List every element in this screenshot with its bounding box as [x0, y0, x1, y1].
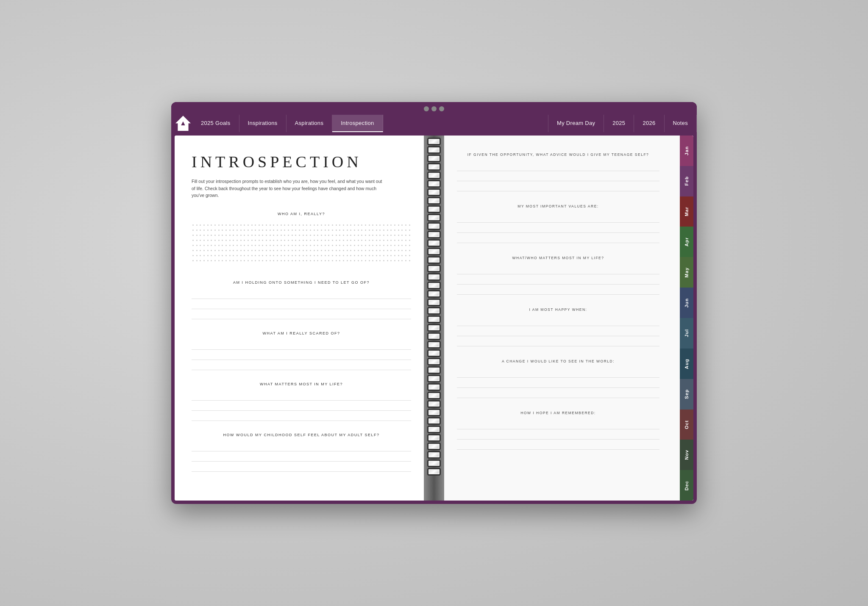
dot — [266, 240, 267, 241]
tab-dec[interactable]: Dec — [680, 470, 693, 501]
dot — [266, 245, 267, 246]
dot — [325, 235, 326, 236]
dot — [299, 240, 300, 241]
tab-nov[interactable]: Nov — [680, 440, 693, 470]
dot — [354, 250, 355, 251]
dot — [321, 250, 322, 251]
dot — [292, 250, 293, 251]
dot — [284, 255, 285, 256]
dot — [398, 245, 399, 246]
tab-mar[interactable]: Mar — [680, 196, 693, 227]
dot — [310, 230, 311, 231]
dot — [354, 255, 355, 256]
dot — [303, 235, 304, 236]
dot — [379, 230, 381, 231]
tab-oct[interactable]: Oct — [680, 410, 693, 440]
spiral-coil — [427, 172, 441, 179]
dot — [347, 255, 348, 256]
tab-feb[interactable]: Feb — [680, 166, 693, 196]
tab-2026[interactable]: 2026 — [634, 115, 664, 132]
dot — [222, 255, 223, 256]
dot — [358, 224, 359, 226]
tab-jul[interactable]: Jul — [680, 318, 693, 349]
dot — [332, 224, 333, 226]
dot — [317, 245, 318, 246]
dot — [236, 224, 238, 226]
tab-apr[interactable]: Apr — [680, 227, 693, 257]
tab-aug[interactable]: Aug — [680, 349, 693, 379]
dot — [207, 235, 209, 236]
dot — [358, 260, 359, 261]
dot — [332, 240, 333, 241]
dot — [248, 230, 249, 231]
tab-may[interactable]: May — [680, 257, 693, 288]
dot — [292, 224, 293, 226]
dot — [350, 260, 351, 261]
dot — [306, 224, 307, 226]
dot — [306, 240, 307, 241]
dot — [240, 230, 242, 231]
dot — [372, 255, 373, 256]
dot — [306, 235, 307, 236]
home-button[interactable]: ▲ — [175, 116, 191, 131]
dot — [376, 245, 377, 246]
dot — [299, 260, 300, 261]
dot — [365, 224, 366, 226]
line — [457, 162, 659, 171]
month-sep-label: Sep — [684, 389, 689, 399]
tab-sep[interactable]: Sep — [680, 379, 693, 410]
line — [192, 310, 411, 319]
dot — [200, 250, 201, 251]
dot — [347, 250, 348, 251]
dot — [288, 255, 289, 256]
dot — [387, 260, 388, 261]
dot — [203, 260, 205, 261]
dot — [310, 235, 311, 236]
dot — [270, 255, 271, 256]
line — [192, 340, 411, 350]
dot — [387, 240, 388, 241]
dot — [200, 230, 201, 231]
dot — [244, 260, 245, 261]
dot — [383, 230, 384, 231]
dot — [214, 255, 216, 256]
dot — [196, 250, 198, 251]
spiral-coil — [427, 392, 441, 399]
dot — [273, 235, 274, 236]
tab-my-dream-day[interactable]: My Dream Day — [548, 115, 604, 132]
dot — [211, 245, 212, 246]
dot — [401, 224, 403, 226]
dot — [211, 235, 212, 236]
dot — [196, 235, 198, 236]
tab-aspirations[interactable]: Aspirations — [287, 115, 333, 132]
dot — [207, 230, 209, 231]
dot — [339, 250, 340, 251]
dot — [394, 250, 395, 251]
dot — [398, 230, 399, 231]
dot — [372, 245, 373, 246]
tab-notes[interactable]: Notes — [665, 115, 697, 132]
dot — [325, 230, 326, 231]
dot — [259, 260, 260, 261]
dot — [325, 245, 326, 246]
book-container: Introspection Fill out your introspectio… — [175, 136, 693, 501]
tab-introspection[interactable]: Introspection — [332, 115, 383, 132]
month-jun-label: Jun — [684, 298, 689, 308]
tab-jun[interactable]: Jun — [680, 288, 693, 318]
tab-inspirations[interactable]: Inspirations — [239, 115, 287, 132]
dot — [328, 235, 329, 236]
dot — [387, 250, 388, 251]
dot — [383, 235, 384, 236]
dot — [310, 224, 311, 226]
right-page: IF GIVEN THE OPPORTUNITY, WHAT ADVICE WO… — [444, 136, 693, 501]
dot — [225, 255, 227, 256]
tab-jan[interactable]: Jan — [680, 136, 693, 166]
line — [457, 213, 659, 223]
dot — [284, 250, 285, 251]
spiral-coil — [427, 197, 441, 205]
tab-2025-goals[interactable]: 2025 Goals — [192, 115, 239, 132]
dot — [203, 255, 205, 256]
tab-2025[interactable]: 2025 — [604, 115, 634, 132]
spiral-coil — [427, 273, 441, 281]
dot — [203, 235, 205, 236]
